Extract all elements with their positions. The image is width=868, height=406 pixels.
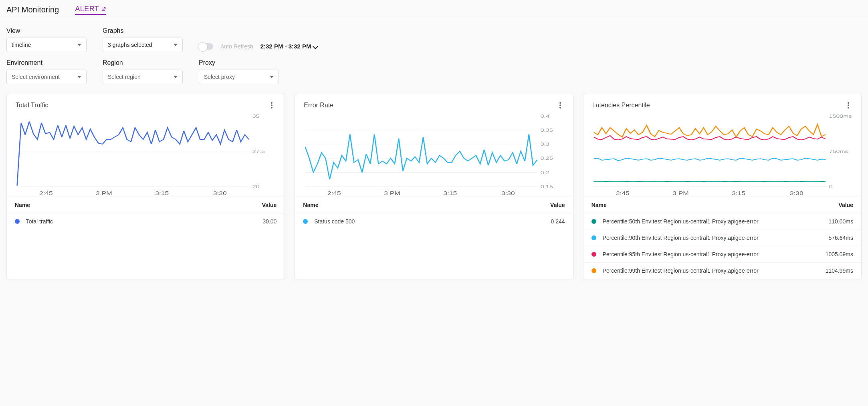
chart-card: Total Traffic 2027.5352:453 PM3:153:30 N…: [6, 94, 285, 279]
alert-link[interactable]: ALERT: [75, 5, 106, 15]
legend-value-cell: 30.00: [184, 213, 285, 230]
legend-value-cell: 110.00ms: [807, 213, 861, 230]
legend-scroll[interactable]: Name Value Percentile:50th Env:test Regi…: [583, 197, 861, 279]
legend-header-name: Name: [295, 197, 486, 213]
card-title: Latencies Percentile: [592, 102, 650, 109]
legend-table: Name Value Status code 500 0.244: [295, 197, 573, 229]
y-tick-label: 750ms: [829, 149, 848, 154]
graphs-select[interactable]: 3 graphs selected: [103, 38, 183, 52]
table-row: Total traffic 30.00: [7, 213, 285, 230]
x-tick-label: 3 PM: [672, 190, 688, 196]
page-title: API Monitoring: [6, 5, 59, 14]
chart-svg: 2027.5352:453 PM3:153:30: [12, 113, 279, 197]
legend-name-cell: Status code 500: [295, 213, 486, 230]
legend-name-cell: Percentile:90th Env:test Region:us-centr…: [583, 230, 808, 246]
series-line: [17, 121, 249, 185]
region-select[interactable]: Select region: [103, 70, 183, 84]
x-tick-label: 2:45: [39, 190, 53, 196]
legend-swatch: [591, 252, 596, 257]
y-tick-label: 35: [252, 113, 260, 119]
y-tick-label: 0.4: [541, 113, 549, 119]
legend-swatch: [15, 219, 20, 224]
y-tick-label: 0.35: [541, 127, 553, 133]
chart-area: 2027.5352:453 PM3:153:30: [7, 113, 285, 197]
time-range-picker[interactable]: 2:32 PM - 3:32 PM: [260, 43, 318, 50]
topbar: API Monitoring ALERT: [0, 0, 868, 19]
legend-name-cell: Percentile:50th Env:test Region:us-centr…: [583, 213, 808, 230]
proxy-select[interactable]: Select proxy: [199, 70, 279, 84]
card-title: Error Rate: [304, 102, 333, 109]
x-tick-label: 3:30: [501, 190, 515, 196]
table-row: Percentile:95th Env:test Region:us-centr…: [583, 246, 861, 263]
card-legend: Name Value Total traffic 30.00: [7, 197, 285, 229]
legend-swatch: [591, 268, 596, 273]
graphs-select-value: 3 graphs selected: [108, 42, 152, 48]
legend-swatch: [303, 219, 308, 224]
legend-value-cell: 1005.09ms: [807, 246, 861, 263]
legend-name: Percentile:95th Env:test Region:us-centr…: [603, 251, 759, 257]
external-link-icon: [101, 6, 106, 12]
legend-table: Name Value Total traffic 30.00: [7, 197, 285, 229]
view-select-value: timeline: [12, 42, 31, 48]
series-line: [593, 158, 826, 161]
chart-svg: 0.150.20.250.30.350.42:453 PM3:153:30: [301, 113, 567, 197]
y-tick-label: 0.25: [541, 156, 553, 161]
x-tick-label: 3:15: [732, 190, 745, 196]
proxy-select-placeholder: Select proxy: [204, 74, 235, 80]
legend-name: Total traffic: [26, 218, 53, 225]
controls: View timeline Graphs 3 graphs selected A…: [0, 19, 868, 94]
legend-value-cell: 576.64ms: [807, 230, 861, 246]
environment-select-placeholder: Select environment: [12, 74, 60, 80]
card-menu-button[interactable]: [556, 101, 564, 109]
x-tick-label: 3:15: [444, 190, 457, 196]
alert-link-label: ALERT: [75, 5, 99, 13]
legend-swatch: [591, 235, 596, 240]
region-label: Region: [103, 59, 183, 66]
legend-header-name: Name: [583, 197, 808, 213]
legend-name-cell: Percentile:99th Env:test Region:us-centr…: [583, 263, 808, 279]
card-menu-button[interactable]: [268, 101, 276, 109]
legend-header-value: Value: [807, 197, 861, 213]
legend-name-cell: Total traffic: [7, 213, 184, 230]
chart-area: 0.150.20.250.30.350.42:453 PM3:153:30: [295, 113, 573, 197]
chart-card: Latencies Percentile 0750ms1500ms2:453 P…: [583, 94, 862, 279]
environment-label: Environment: [6, 59, 87, 66]
y-tick-label: 0.2: [541, 170, 549, 175]
y-tick-label: 0: [829, 184, 832, 189]
card-legend: Name Value Status code 500 0.244: [295, 197, 573, 229]
series-line: [305, 134, 537, 179]
card-header: Latencies Percentile: [583, 94, 861, 113]
chart-area: 0750ms1500ms2:453 PM3:153:30: [583, 113, 861, 197]
series-line: [593, 136, 826, 140]
card-menu-button[interactable]: [844, 101, 852, 109]
x-tick-label: 2:45: [616, 190, 630, 196]
y-tick-label: 0.15: [541, 184, 553, 189]
card-legend: Name Value Percentile:50th Env:test Regi…: [583, 197, 861, 279]
y-tick-label: 1500ms: [829, 113, 852, 119]
legend-scroll: Name Value Status code 500 0.244: [295, 197, 573, 229]
x-tick-label: 3 PM: [384, 190, 400, 196]
environment-select[interactable]: Select environment: [6, 70, 87, 84]
auto-refresh-toggle[interactable]: [199, 43, 213, 50]
legend-name: Status code 500: [314, 218, 355, 225]
x-tick-label: 3 PM: [96, 190, 112, 196]
table-row: Percentile:50th Env:test Region:us-centr…: [583, 213, 861, 230]
table-row: Percentile:90th Env:test Region:us-centr…: [583, 230, 861, 246]
proxy-label: Proxy: [199, 59, 279, 66]
table-row: Percentile:99th Env:test Region:us-centr…: [583, 263, 861, 279]
y-tick-label: 20: [252, 184, 260, 189]
card-title: Total Traffic: [16, 102, 48, 109]
legend-swatch: [591, 219, 596, 224]
time-range-value: 2:32 PM - 3:32 PM: [260, 43, 311, 50]
graphs-label: Graphs: [103, 27, 183, 34]
view-select[interactable]: timeline: [6, 38, 87, 52]
x-tick-label: 3:30: [790, 190, 803, 196]
x-tick-label: 3:15: [155, 190, 169, 196]
legend-header-name: Name: [7, 197, 184, 213]
x-tick-label: 3:30: [213, 190, 227, 196]
legend-name: Percentile:99th Env:test Region:us-centr…: [603, 267, 759, 274]
y-tick-label: 27.5: [252, 149, 265, 154]
legend-table: Name Value Percentile:50th Env:test Regi…: [583, 197, 861, 279]
table-row: Status code 500 0.244: [295, 213, 573, 230]
legend-name: Percentile:90th Env:test Region:us-centr…: [603, 235, 759, 241]
